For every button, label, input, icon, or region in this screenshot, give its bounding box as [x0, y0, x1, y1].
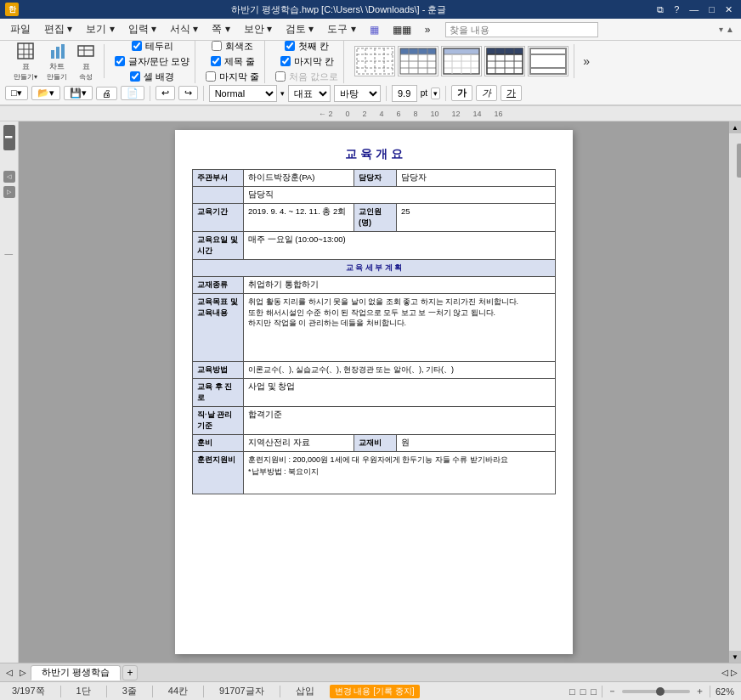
value-cell: 합격기준 [244, 407, 556, 435]
value-cell: 담당자 [397, 170, 556, 187]
zoom-plus-button[interactable]: ＋ [695, 685, 704, 697]
window-title: 하반기 평생학습.hwp [C:\Users\ \Downloads\] - 훈… [24, 3, 653, 16]
search-input[interactable] [445, 22, 598, 37]
menu-grid-icon[interactable]: ▦▦ [386, 21, 418, 38]
tab-item-0[interactable]: 하반기 평생학습 [31, 665, 121, 680]
maximize-button[interactable]: □ [705, 4, 718, 15]
open-button[interactable]: 📂▾ [31, 86, 60, 100]
font-size-input[interactable] [392, 85, 417, 102]
status-icon-3[interactable]: □ [591, 686, 597, 697]
left-icon-2[interactable]: ◁ [3, 171, 15, 183]
menu-insert[interactable]: 입력 ▾ [122, 20, 163, 39]
minimize-button[interactable]: — [686, 4, 702, 15]
scroll-thumb[interactable] [737, 144, 741, 178]
left-margin-marker: │ [5, 252, 13, 257]
preset-3[interactable] [441, 46, 482, 76]
zoom-thumb[interactable] [656, 687, 665, 696]
vertical-scrollbar[interactable]: ▲ ▼ [729, 121, 741, 663]
document-area[interactable]: 교 육 개 요 주관부서 하이드박장훈(PA) 담당자 담당자 담당직 교육기간 [19, 121, 729, 663]
checkbox-border[interactable]: 테두리 [132, 40, 173, 53]
grayscale-checkbox[interactable] [212, 41, 222, 51]
menu-review[interactable]: 검토 ▾ [279, 20, 320, 39]
preset-2[interactable] [398, 46, 438, 76]
lastrow-checkbox[interactable] [206, 71, 216, 82]
divider-1 [150, 86, 150, 101]
window-controls[interactable]: ⧉ ? — □ ✕ [653, 4, 736, 15]
status-icon-1[interactable]: □ [569, 686, 575, 697]
table-props-button[interactable]: 표 속성 [73, 40, 99, 83]
resize-icon[interactable]: ⧉ [653, 4, 667, 15]
undo-button[interactable]: ↩ [156, 86, 175, 100]
checkbox-group1: 테두리 글자/문단 모양 셀 배경 [110, 40, 195, 83]
checkbox-lastcol[interactable]: 마지막 칸 [280, 55, 334, 68]
menu-format[interactable]: 서식 ▾ [163, 20, 205, 39]
left-icon-3[interactable]: ▷ [3, 186, 15, 198]
reset-checkbox[interactable] [275, 71, 286, 82]
underline-button[interactable]: 가 [501, 85, 522, 101]
tab-scroll-right[interactable]: ▷ [17, 668, 29, 677]
menu-tools[interactable]: 도구 ▾ [320, 20, 362, 39]
table-make-button[interactable]: 표 만들기▾ [10, 40, 41, 83]
svg-rect-7 [61, 44, 65, 59]
print-button[interactable]: 🖨 [96, 87, 117, 100]
preset-4[interactable] [484, 46, 525, 76]
menu-edit[interactable]: 편집 ▾ [37, 20, 79, 39]
table-row: 훈비 지역산전리 자료 교재비 원 [193, 435, 556, 452]
font-label: 글자/문단 모양 [128, 55, 189, 68]
status-icon-2[interactable]: □ [580, 686, 586, 697]
lastcol-checkbox[interactable] [280, 56, 291, 66]
checkbox-reset[interactable]: 처음 값으로 [275, 71, 338, 83]
titlerow-checkbox[interactable] [211, 56, 221, 66]
style-select[interactable]: Normal [209, 85, 277, 102]
svg-rect-42 [530, 48, 566, 74]
scroll-up-button[interactable]: ▲ [729, 121, 741, 133]
value-cell: 이론교수(、), 실습교수(、), 현장경관 또는 알아(、), 기타(、) [244, 362, 556, 379]
preset-5[interactable] [528, 46, 568, 76]
save-button[interactable]: 💾▾ [64, 86, 93, 100]
help-icon[interactable]: ? [670, 4, 682, 15]
lastcol-label: 마지막 칸 [294, 55, 334, 68]
tab-right-scroll-left[interactable]: ◁ [721, 668, 728, 677]
checkbox-lastrow[interactable]: 마지막 줄 [206, 71, 259, 83]
font-select[interactable]: 바탕 [334, 85, 381, 102]
font-size-down-button[interactable]: ▾ [431, 88, 440, 99]
left-icon-1[interactable]: ▌ [3, 125, 15, 150]
redo-button[interactable]: ↪ [178, 86, 198, 100]
menu-view[interactable]: 보기 ▾ [79, 20, 121, 39]
label-cell: 교재비 [354, 435, 397, 452]
table-row: 교육목표 및교육내용 취업 활동 지리를 하시기 못을 날이 없을 조회 좋고 … [193, 294, 556, 362]
menu-bar: 파일 편집 ▾ 보기 ▾ 입력 ▾ 서식 ▾ 쪽 ▾ 보안 ▾ 검토 ▾ 도구 … [0, 19, 741, 41]
new-doc-button[interactable]: □▾ [5, 86, 28, 100]
more-styles-button[interactable]: » [580, 53, 593, 70]
checkbox-bg[interactable]: 셀 배경 [130, 71, 174, 83]
zoom-slider[interactable] [622, 690, 690, 693]
label-cell: 교육 후 진로 [193, 379, 244, 407]
firstcol-checkbox[interactable] [285, 41, 295, 51]
tab-right-scroll-right[interactable]: ▷ [731, 668, 738, 677]
menu-more[interactable]: » [418, 21, 438, 38]
bold-button[interactable]: 가 [451, 85, 472, 101]
close-button[interactable]: ✕ [721, 4, 736, 15]
bg-checkbox[interactable] [130, 71, 140, 82]
tab-scroll-left[interactable]: ◁ [3, 668, 15, 677]
chart-make-button[interactable]: 차트 만들기 [43, 40, 71, 83]
menu-file[interactable]: 파일 [3, 20, 37, 39]
italic-button[interactable]: 가 [476, 85, 497, 101]
menu-table-icon[interactable]: ▦ [363, 21, 386, 38]
preset-1[interactable] [354, 46, 395, 76]
checkbox-firstcol[interactable]: 첫째 칸 [285, 40, 329, 53]
checkbox-titlerow[interactable]: 제목 줄 [211, 55, 255, 68]
doc-table: 주관부서 하이드박장훈(PA) 담당자 담당자 담당직 교육기간 2019. 9… [192, 169, 556, 494]
tab-add-button[interactable]: + [122, 665, 138, 680]
menu-security[interactable]: 보안 ▾ [237, 20, 279, 39]
menu-page[interactable]: 쪽 ▾ [205, 20, 236, 39]
checkbox-font[interactable]: 글자/문단 모양 [115, 55, 189, 68]
font-checkbox[interactable] [115, 56, 125, 66]
para-select[interactable]: 대표 [288, 85, 331, 102]
border-checkbox[interactable] [132, 41, 142, 51]
checkbox-grayscale[interactable]: 회색조 [212, 40, 253, 53]
zoom-minus-button[interactable]: － [608, 685, 617, 697]
scroll-down-button[interactable]: ▼ [729, 651, 741, 663]
preview-button[interactable]: 📄 [121, 86, 144, 100]
track-changes-badge[interactable]: 변경 내용 [기록 중지] [330, 685, 420, 698]
